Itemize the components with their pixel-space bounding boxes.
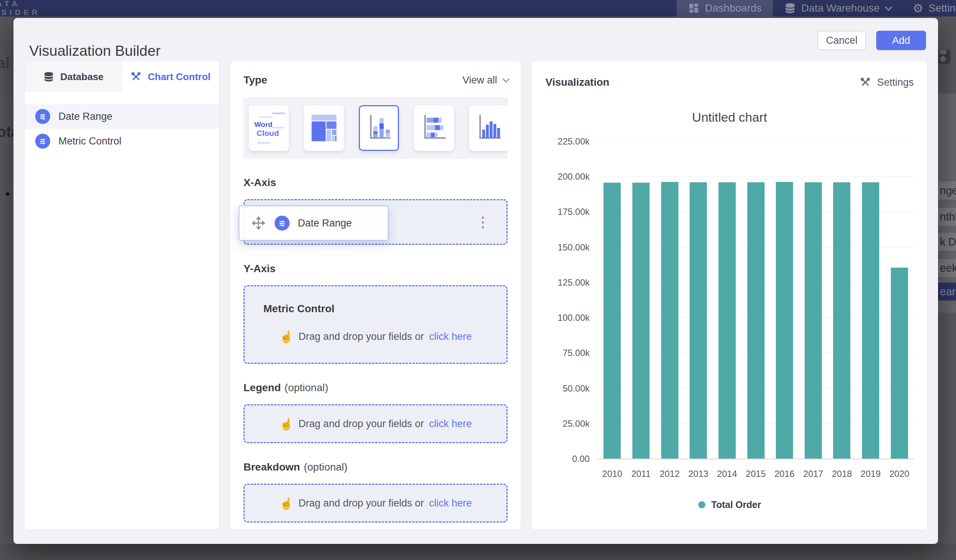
wordcloud-word: Keyword [257,141,270,144]
bar-2011 [632,183,649,458]
y-axis-dropzone[interactable]: Metric Control ☝ Drag and drop your fiel… [244,285,508,364]
field-item-metric-control[interactable]: Metric Control [25,129,219,154]
nav-dashboards-label: Dashboards [705,2,762,14]
view-all-dropdown[interactable]: View all [462,74,508,86]
click-here-link[interactable]: click here [429,331,472,342]
optional-suffix: (optional) [285,382,329,394]
background-text-fragment: al [0,55,9,72]
chart-y-axis: 225.00k200.00k175.00k150.00k125.00k100.0… [546,141,590,459]
wordcloud-word: Keyword [259,115,272,119]
chart-type-treemap[interactable] [304,105,344,151]
bar-2017 [805,182,822,458]
breakdown-label-text: Breakdown [244,461,300,473]
field-item-date-range[interactable]: Date Range [25,104,219,129]
database-icon [43,71,54,82]
bar-2013 [690,182,707,458]
x-tick-label: 2019 [860,469,881,479]
y-tick-label: 125.00k [558,278,590,288]
legend-label-text: Legend [244,382,281,394]
chevron-down-icon [885,3,892,11]
drop-hint-text: Drag and drop your fields or [299,497,424,509]
optional-suffix: (optional) [304,461,347,473]
y-tick-label: 100.00k [558,312,590,323]
modal-body: Database Chart Control [25,61,927,530]
chart-plot [598,141,914,459]
x-tick-label: 2013 [689,469,708,479]
chart-type-stacked-column[interactable] [359,105,399,151]
tab-database[interactable]: Database [25,61,122,92]
drop-hint-text: Drag and drop your fields or [299,331,424,342]
chart-legend: Total Order [532,499,927,510]
type-section-label: Type [244,74,267,86]
visualization-panel: Visualization Settings Untitled chart 22… [532,61,927,530]
chart: 225.00k200.00k175.00k150.00k125.00k100.0… [546,141,914,480]
cancel-button[interactable]: Cancel [818,31,866,50]
bar-2020 [891,268,908,458]
tab-chart-control-label: Chart Control [148,71,211,83]
control-slider-icon [275,216,289,231]
click-here-link[interactable]: click here [429,497,472,509]
field-item-label: Metric Control [58,135,121,147]
app-logo: ATAISIDER [0,0,41,16]
x-axis-dropzone[interactable]: Date Range ⋮ [244,199,508,245]
legend-item-total-order[interactable]: Total Order [698,499,761,510]
breakdown-section-label: Breakdown(optional) [244,461,508,473]
bar-2019 [862,182,879,458]
gear-icon: ⚙ [912,2,923,14]
x-tick-label: 2011 [631,469,651,479]
wordcloud-word: Word [254,121,272,129]
x-axis-section-label: X-Axis [244,177,508,189]
chart-type-strip: Analytics Keyword Word Cloud Keyword Ana… [244,97,508,159]
tap-hand-icon: ☝ [279,330,293,343]
chart-type-column[interactable] [469,105,508,151]
nav-settings[interactable]: ⚙ Settings [901,0,956,16]
bar-2010 [604,183,621,458]
tab-chart-control[interactable]: Chart Control [122,61,220,92]
visualization-panel-title: Visualization [546,76,610,88]
dragged-field-label: Date Range [298,218,352,229]
chart-type-word-cloud[interactable]: Analytics Keyword Word Cloud Keyword Ana… [249,105,289,151]
tools-icon [131,71,142,82]
metric-control-placeholder-title: Metric Control [263,303,335,315]
field-item-label: Date Range [58,111,112,122]
background-dropdown-strip: nge nthly k Date eekly ear [937,94,956,312]
database-icon [784,2,796,14]
nav-data-warehouse[interactable]: Data Warehouse [773,0,901,16]
add-button[interactable]: Add [876,31,926,50]
y-tick-label: 75.00k [563,348,590,358]
legend-dropzone[interactable]: ☝ Drag and drop your fields or click her… [244,404,508,443]
grid-line [598,176,914,177]
nav-dashboards[interactable]: Dashboards [676,0,773,16]
control-slider-icon [35,133,50,149]
y-tick-label: 150.00k [558,242,590,253]
control-slider-icon [35,109,50,124]
fields-panel: Database Chart Control [25,61,219,530]
dashboards-icon [688,2,700,14]
click-here-link[interactable]: click here [429,418,472,430]
chart-type-stacked-bar[interactable] [414,105,454,151]
background-dropdown-option: nge [937,182,956,199]
drop-hint-text: Drag and drop your fields or [299,418,424,430]
kebab-menu-icon[interactable]: ⋮ [476,214,490,230]
chart-x-axis: 2010201120122013201420152016201720182019… [598,465,914,480]
chart-settings-button[interactable]: Settings [860,77,914,88]
y-tick-label: 225.00k [558,136,590,147]
y-tick-label: 50.00k [563,383,590,394]
background-dropdown-option: eekly [937,259,956,277]
x-tick-label: 2014 [717,469,737,479]
modal-title: Visualization Builder [29,43,161,59]
wordcloud-word: Cloud [256,129,279,138]
visualization-builder-modal: Visualization Builder Cancel Add Databas… [14,18,938,544]
tap-hand-icon: ☝ [279,497,293,510]
bar-2018 [833,182,851,458]
background-bullet: • [5,187,10,201]
x-tick-label: 2018 [832,469,852,479]
control-field-list: Date Range Metric Control [25,104,219,154]
x-tick-label: 2016 [774,469,794,479]
legend-marker [698,501,705,508]
breakdown-dropzone[interactable]: ☝ Drag and drop your fields or click her… [244,484,508,522]
grid-line [598,141,914,141]
dragged-field-card[interactable]: Date Range [239,205,388,241]
bar-2015 [747,182,764,458]
chart-settings-label: Settings [877,77,914,88]
